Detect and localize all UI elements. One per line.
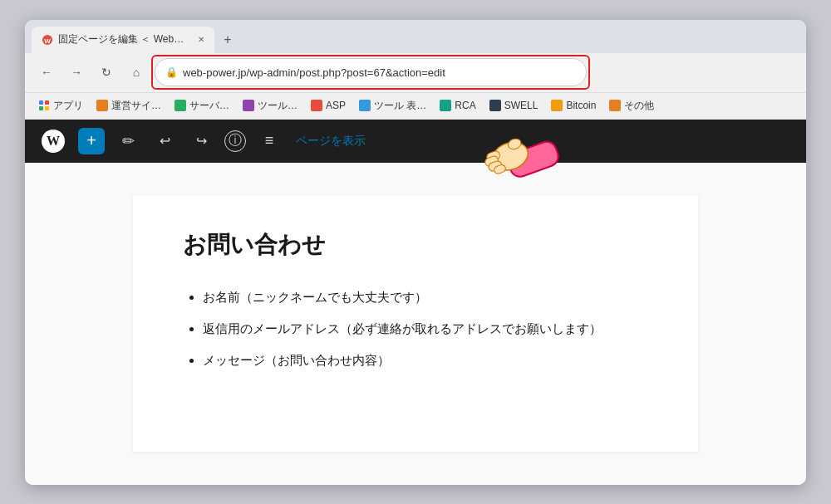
- tool2-favicon: [359, 100, 371, 111]
- home-button[interactable]: ⌂: [125, 61, 148, 84]
- bitcoin-label: Bitcoin: [566, 100, 596, 111]
- url-bar[interactable]: 🔒 web-power.jp/wp-admin/post.php?post=67…: [155, 58, 587, 86]
- asp-label: ASP: [326, 100, 346, 111]
- unei-label: 運営サイ…: [111, 99, 161, 113]
- tool2-label: ツール 表…: [374, 99, 426, 113]
- bookmark-tool2[interactable]: ツール 表…: [354, 97, 431, 115]
- rca-favicon: [440, 100, 451, 111]
- svg-rect-5: [45, 106, 49, 110]
- server-label: サーバ…: [189, 99, 229, 113]
- apps-favicon: [38, 100, 50, 111]
- editor-area: W + ✏ ↩ ↪ ⓘ ≡ ページを表示 お問い合わせ お名前（ニックネームでも…: [25, 120, 806, 485]
- contact-list: お名前（ニックネームでも大丈夫です） 返信用のメールアドレス（必ず連絡が取れるア…: [183, 287, 648, 370]
- rca-label: RCA: [455, 100, 475, 111]
- other-label: その他: [624, 99, 654, 113]
- bookmark-asp[interactable]: ASP: [306, 98, 351, 113]
- list-item: メッセージ（お問い合わせ内容）: [203, 350, 648, 370]
- bookmark-bitcoin[interactable]: Bitcoin: [546, 98, 601, 113]
- svg-text:W: W: [44, 37, 51, 44]
- wp-info-button[interactable]: ⓘ: [224, 130, 246, 152]
- page-content-block: お問い合わせ お名前（ニックネームでも大丈夫です） 返信用のメールアドレス（必ず…: [133, 196, 698, 452]
- wp-add-block-button[interactable]: +: [78, 128, 105, 154]
- server-favicon: [175, 100, 186, 111]
- forward-button[interactable]: →: [65, 61, 88, 84]
- address-bar-area: ← → ↻ ⌂ 🔒 web-power.jp/wp-admin/post.php…: [25, 53, 806, 93]
- url-text: web-power.jp/wp-admin/post.php?post=67&a…: [183, 66, 445, 79]
- wp-edit-tool[interactable]: ✏: [115, 128, 141, 154]
- list-item: 返信用のメールアドレス（必ず連絡が取れるアドレスでお願いします）: [203, 319, 648, 339]
- content-area: お問い合わせ お名前（ニックネームでも大丈夫です） 返信用のメールアドレス（必ず…: [25, 163, 806, 485]
- bookmark-unei[interactable]: 運営サイ…: [91, 97, 166, 115]
- list-item: お名前（ニックネームでも大丈夫です）: [203, 287, 648, 307]
- wp-logo-inner: W: [42, 130, 65, 153]
- browser-window: W 固定ページを編集 ＜ Webサ（以降… ✕ + ← → ↻ ⌂ 🔒 web-…: [25, 20, 806, 485]
- asp-favicon: [311, 100, 322, 111]
- lock-icon: 🔒: [165, 66, 178, 78]
- active-tab[interactable]: W 固定ページを編集 ＜ Webサ（以降… ✕: [32, 27, 214, 53]
- swell-label: SWELL: [504, 100, 538, 111]
- svg-rect-2: [39, 100, 43, 105]
- add-icon: +: [86, 131, 96, 150]
- wp-undo-button[interactable]: ↩: [151, 128, 178, 154]
- url-bar-wrapper: 🔒 web-power.jp/wp-admin/post.php?post=67…: [155, 58, 587, 86]
- view-page-link[interactable]: ページを表示: [296, 134, 366, 149]
- page-title: お問い合わせ: [183, 229, 648, 261]
- swell-favicon: [489, 100, 501, 111]
- bookmarks-bar: アプリ 運営サイ… サーバ… ツール… ASP ツール 表…: [25, 93, 806, 120]
- bitcoin-favicon: [551, 100, 563, 111]
- bookmark-tools[interactable]: ツール…: [238, 97, 302, 115]
- reload-button[interactable]: ↻: [95, 61, 118, 84]
- tab-close-icon[interactable]: ✕: [198, 35, 204, 44]
- bookmark-rca[interactable]: RCA: [435, 98, 480, 113]
- bookmark-apps[interactable]: アプリ: [33, 97, 88, 115]
- unei-favicon: [96, 100, 108, 111]
- tab-title: 固定ページを編集 ＜ Webサ（以降…: [58, 32, 189, 46]
- wp-toolbar: W + ✏ ↩ ↪ ⓘ ≡ ページを表示: [25, 120, 806, 163]
- wp-redo-button[interactable]: ↪: [188, 128, 214, 154]
- svg-rect-3: [45, 100, 49, 105]
- bookmark-server[interactable]: サーバ…: [170, 97, 234, 115]
- back-button[interactable]: ←: [35, 61, 58, 84]
- bookmark-swell[interactable]: SWELL: [484, 98, 543, 113]
- svg-rect-4: [39, 106, 43, 110]
- new-tab-button[interactable]: +: [216, 28, 239, 51]
- other-favicon: [609, 100, 621, 111]
- tools-favicon: [243, 100, 254, 111]
- apps-label: アプリ: [53, 99, 83, 113]
- tab-favicon: W: [42, 34, 53, 46]
- wp-list-view-button[interactable]: ≡: [256, 128, 283, 154]
- wp-logo[interactable]: W: [38, 126, 68, 156]
- tools-label: ツール…: [258, 99, 297, 113]
- bookmark-other[interactable]: その他: [604, 97, 659, 115]
- tab-bar: W 固定ページを編集 ＜ Webサ（以降… ✕ +: [25, 20, 806, 53]
